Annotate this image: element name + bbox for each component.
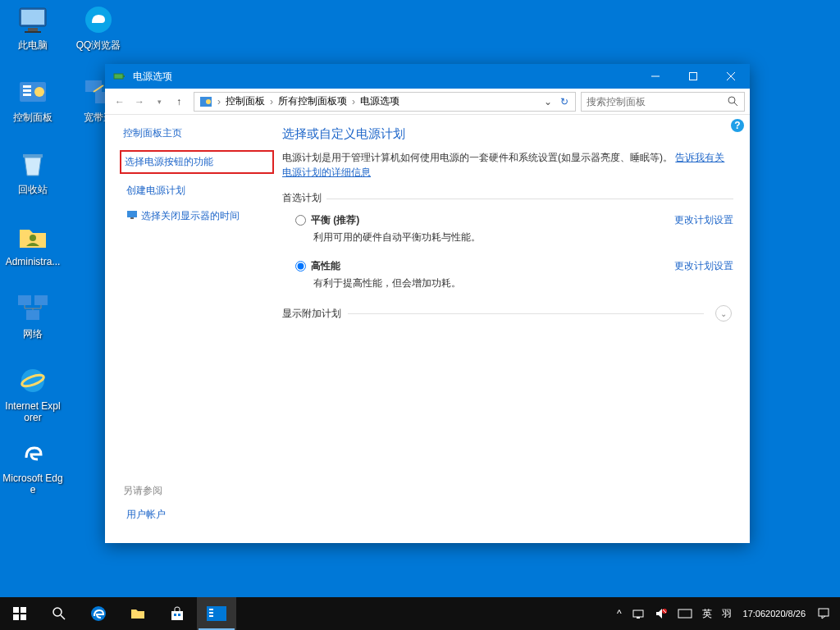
svg-rect-52 bbox=[678, 609, 692, 618]
svg-rect-9 bbox=[23, 154, 43, 158]
svg-rect-47 bbox=[209, 615, 213, 617]
svg-point-27 bbox=[206, 99, 211, 104]
sidebar-link-display-off[interactable]: 选择关闭显示器的时间 bbox=[123, 208, 267, 225]
svg-rect-37 bbox=[21, 614, 26, 620]
svg-rect-55 bbox=[819, 609, 829, 616]
svg-rect-43 bbox=[178, 614, 180, 616]
desktop-icon-user-folder[interactable]: Administra... bbox=[2, 218, 64, 282]
svg-rect-1 bbox=[21, 10, 44, 25]
desktop-icon-network[interactable]: 网络 bbox=[2, 290, 64, 354]
tray-clock[interactable]: 17:06 2020/8/26 bbox=[737, 597, 812, 630]
desktop-icon-recycle-bin[interactable]: 回收站 bbox=[2, 146, 64, 210]
svg-rect-3 bbox=[25, 31, 41, 33]
desktop-icon-qq-browser[interactable]: QQ浏览器 bbox=[67, 2, 130, 66]
svg-point-38 bbox=[53, 608, 62, 616]
svg-point-10 bbox=[30, 235, 36, 241]
svg-rect-48 bbox=[633, 610, 643, 617]
sidebar-home-link[interactable]: 控制面板主页 bbox=[123, 126, 267, 140]
breadcrumb-item[interactable]: 控制面板 bbox=[222, 94, 268, 108]
change-plan-settings-link[interactable]: 更改计划设置 bbox=[674, 213, 733, 227]
radio-input[interactable] bbox=[295, 261, 306, 272]
svg-rect-23 bbox=[690, 73, 697, 80]
svg-rect-11 bbox=[18, 295, 31, 305]
svg-text:?: ? bbox=[734, 120, 740, 131]
breadcrumb-item[interactable]: 所有控制面板项 bbox=[275, 94, 350, 108]
tray-keyboard-icon[interactable] bbox=[673, 597, 697, 630]
desktop-icon-ie[interactable]: Internet Explorer bbox=[2, 363, 64, 427]
taskbar-store[interactable] bbox=[158, 597, 197, 630]
expand-button[interactable]: ⌄ bbox=[715, 305, 732, 322]
refresh-button[interactable]: ↻ bbox=[555, 96, 573, 107]
taskbar-edge[interactable] bbox=[79, 597, 118, 630]
plan-name: 平衡 (推荐) bbox=[311, 213, 359, 227]
forward-button: → bbox=[130, 92, 149, 112]
back-button[interactable]: ← bbox=[110, 92, 130, 112]
page-heading: 选择或自定义电源计划 bbox=[282, 126, 733, 142]
plan-radio-balanced[interactable]: 平衡 (推荐) bbox=[295, 213, 359, 227]
svg-point-28 bbox=[728, 97, 735, 103]
radio-input[interactable] bbox=[295, 215, 306, 226]
desktop-icon-control-panel[interactable]: 控制面板 bbox=[2, 74, 64, 138]
up-button[interactable]: ↑ bbox=[169, 92, 189, 112]
sidebar-link-user-accounts[interactable]: 用户帐户 bbox=[123, 506, 169, 523]
tray-ime-lang[interactable]: 英 bbox=[697, 597, 717, 630]
search-button[interactable] bbox=[39, 597, 79, 630]
sidebar-link-power-button[interactable]: 选择电源按钮的功能 bbox=[120, 150, 274, 174]
clock-date: 2020/8/26 bbox=[765, 608, 806, 619]
help-icon[interactable]: ? bbox=[730, 118, 745, 133]
taskbar: ^ 英 羽 17:06 2020/8/26 bbox=[0, 597, 840, 630]
desktop-icon-label: Administra... bbox=[6, 256, 61, 267]
minimize-button[interactable] bbox=[637, 64, 674, 89]
content-area: 控制面板主页 选择电源按钮的功能 创建电源计划 选择关闭显示器的时间 另请参阅 … bbox=[105, 115, 750, 543]
breadcrumb-item[interactable]: 电源选项 bbox=[357, 94, 403, 108]
show-desktop-button[interactable] bbox=[835, 597, 840, 630]
svg-rect-13 bbox=[26, 310, 39, 320]
taskbar-control-panel[interactable] bbox=[197, 597, 236, 630]
svg-rect-35 bbox=[21, 607, 26, 613]
main-panel: ? 选择或自定义电源计划 电源计划是用于管理计算机如何使用电源的一套硬件和系统设… bbox=[276, 115, 750, 543]
search-input[interactable] bbox=[587, 96, 728, 107]
svg-rect-5 bbox=[23, 85, 31, 88]
plan-radio-high-performance[interactable]: 高性能 bbox=[295, 259, 340, 273]
start-button[interactable] bbox=[0, 597, 39, 630]
address-dropdown[interactable]: ⌄ bbox=[541, 96, 555, 107]
power-plan-high-performance: 高性能 更改计划设置 有利于提高性能，但会增加功耗。 bbox=[295, 259, 733, 290]
tray-ime-mode[interactable]: 羽 bbox=[717, 597, 737, 630]
recent-dropdown[interactable]: ▾ bbox=[149, 92, 169, 112]
svg-rect-2 bbox=[28, 28, 38, 31]
svg-rect-12 bbox=[34, 295, 48, 305]
page-description: 电源计划是用于管理计算机如何使用电源的一套硬件和系统设置(如显示器亮度、睡眠等)… bbox=[282, 150, 733, 180]
chevron-right-icon: › bbox=[268, 96, 275, 107]
search-icon[interactable] bbox=[728, 96, 739, 107]
svg-rect-41 bbox=[171, 611, 183, 620]
desktop-icon-label: 网络 bbox=[23, 328, 43, 340]
tray-network-icon[interactable] bbox=[627, 597, 650, 630]
chevron-right-icon: › bbox=[216, 96, 222, 107]
close-button[interactable] bbox=[712, 64, 750, 89]
svg-rect-30 bbox=[127, 211, 137, 217]
svg-rect-20 bbox=[114, 74, 123, 79]
sidebar-link-create-plan[interactable]: 创建电源计划 bbox=[123, 182, 267, 199]
show-additional-plans-row: 显示附加计划 ⌄ bbox=[282, 305, 733, 322]
svg-rect-34 bbox=[13, 607, 19, 613]
preferred-plans-label: 首选计划 bbox=[282, 191, 733, 205]
address-bar[interactable]: › 控制面板 › 所有控制面板项 › 电源选项 ⌄ ↻ bbox=[194, 92, 576, 112]
maximize-button[interactable] bbox=[674, 64, 712, 89]
desktop-icon-label: Internet Explorer bbox=[2, 400, 63, 423]
taskbar-file-explorer[interactable] bbox=[118, 597, 158, 630]
tray-notifications-icon[interactable] bbox=[812, 597, 835, 630]
control-panel-icon bbox=[199, 94, 213, 109]
control-panel-window: 电源选项 ← → ▾ ↑ › 控制面板 › 所有控制面板项 › 电源选项 ⌄ ↻… bbox=[105, 64, 750, 543]
desktop-icon-this-pc[interactable]: 此电脑 bbox=[2, 2, 64, 66]
desktop-icon-edge[interactable]: Microsoft Edge bbox=[2, 435, 64, 499]
tray-volume-icon[interactable] bbox=[650, 597, 673, 630]
titlebar[interactable]: 电源选项 bbox=[105, 64, 750, 89]
search-box[interactable] bbox=[581, 92, 745, 112]
desktop-icon-label: 控制面板 bbox=[13, 112, 52, 123]
change-plan-settings-link[interactable]: 更改计划设置 bbox=[674, 259, 733, 273]
svg-rect-46 bbox=[209, 612, 213, 614]
show-additional-plans-label: 显示附加计划 bbox=[282, 307, 341, 321]
tray-overflow[interactable]: ^ bbox=[612, 597, 627, 630]
desktop-icon-label: Microsoft Edge bbox=[2, 472, 63, 495]
see-also-header: 另请参阅 bbox=[123, 484, 169, 498]
